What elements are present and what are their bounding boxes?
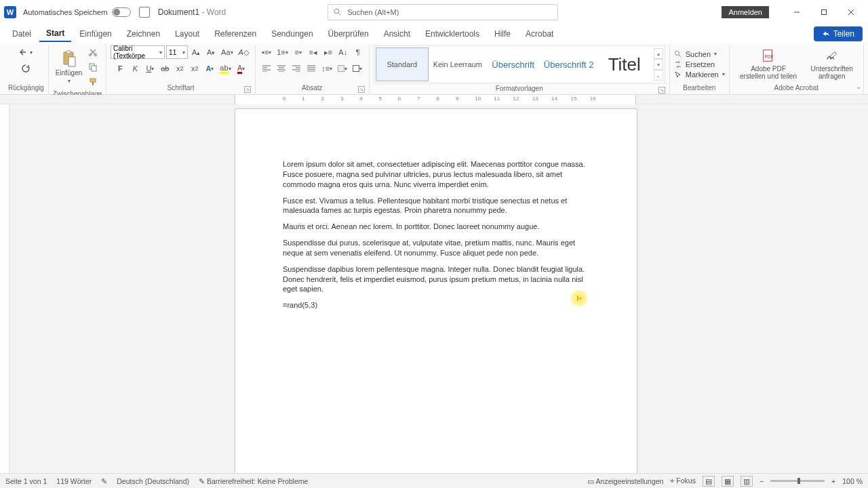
highlight-button[interactable]: ab▾ xyxy=(218,62,233,75)
document-area[interactable]: Lorem ipsum dolor sit amet, consectetuer… xyxy=(0,104,868,480)
gallery-more-icon[interactable]: ⌄ xyxy=(654,70,663,81)
tab-hilfe[interactable]: Hilfe xyxy=(488,26,517,41)
bold-button[interactable]: F xyxy=(113,62,127,75)
tab-referenzen[interactable]: Referenzen xyxy=(208,26,263,41)
paragraph[interactable]: Suspendisse dapibus lorem pellentesque m… xyxy=(283,264,589,295)
align-left-button[interactable] xyxy=(260,62,273,75)
italic-button[interactable]: K xyxy=(128,62,142,75)
styles-gallery[interactable]: Standard Kein Leerraum Überschrift Übers… xyxy=(374,45,665,83)
gallery-up-icon[interactable]: ▴ xyxy=(654,48,663,59)
document-title[interactable]: Dokument1 - Word xyxy=(158,7,226,17)
tab-datei[interactable]: Datei xyxy=(5,26,38,41)
spellcheck-icon[interactable]: ✎ xyxy=(101,477,107,485)
horizontal-ruler[interactable]: 012345678910111213141516 xyxy=(0,95,868,104)
zoom-level[interactable]: 100 % xyxy=(842,477,863,485)
paste-button[interactable]: Einfügen ▾ xyxy=(53,49,85,85)
select-button[interactable]: Markieren▾ xyxy=(674,70,725,79)
share-button[interactable]: Teilen xyxy=(814,26,863,41)
autosave-toggle[interactable]: Automatisches Speichern xyxy=(23,7,131,17)
format-painter-button[interactable] xyxy=(86,75,100,89)
paragraph[interactable]: Fusce est. Vivamus a tellus. Pellentesqu… xyxy=(283,196,589,216)
zoom-in-button[interactable]: + xyxy=(831,477,835,485)
strikethrough-button[interactable]: ab xyxy=(158,62,172,75)
dialog-launcher-icon[interactable]: ↘ xyxy=(244,86,251,93)
style-titel[interactable]: Titel xyxy=(598,47,651,81)
tab-ueberpruefen[interactable]: Überprüfen xyxy=(321,26,376,41)
adobe-pdf-button[interactable]: PDF Adobe PDF erstellen und teilen xyxy=(734,47,804,81)
paragraph[interactable]: =rand(5,3) xyxy=(283,300,589,310)
style-kein-leerraum[interactable]: Kein Leerraum xyxy=(431,47,484,81)
zoom-out-button[interactable]: − xyxy=(760,477,764,485)
text-effects-button[interactable]: A▾ xyxy=(203,62,216,75)
maximize-button[interactable] xyxy=(811,3,837,22)
tab-ansicht[interactable]: Ansicht xyxy=(377,26,417,41)
change-case-button[interactable]: Aa▾ xyxy=(219,45,235,59)
search-input[interactable]: Suchen (Alt+M) xyxy=(328,4,558,20)
font-name-combo[interactable]: Calibri (Textkörpe▾ xyxy=(111,45,165,59)
page[interactable]: Lorem ipsum dolor sit amet, consectetuer… xyxy=(235,108,637,480)
save-icon[interactable] xyxy=(139,7,150,18)
paragraph[interactable]: Lorem ipsum dolor sit amet, consectetuer… xyxy=(283,159,589,190)
collapse-ribbon-button[interactable]: ⌄ xyxy=(853,81,864,92)
paragraph[interactable]: Suspendisse dui purus, scelerisque at, v… xyxy=(283,238,589,258)
style-ueberschrift[interactable]: Überschrift xyxy=(487,47,540,81)
tab-einfuegen[interactable]: Einfügen xyxy=(73,26,118,41)
bullets-button[interactable]: •≡▾ xyxy=(260,45,273,59)
focus-button[interactable]: ⌖ Fokus xyxy=(670,476,696,485)
justify-button[interactable] xyxy=(304,62,318,75)
copy-button[interactable] xyxy=(86,60,100,74)
tab-sendungen[interactable]: Sendungen xyxy=(264,26,319,41)
shading-button[interactable]: ▾ xyxy=(336,62,349,75)
vertical-ruler[interactable] xyxy=(0,104,9,480)
clear-formatting-button[interactable]: A◇ xyxy=(237,45,251,59)
borders-button[interactable]: ▾ xyxy=(351,62,364,75)
show-marks-button[interactable]: ¶ xyxy=(351,45,365,59)
read-mode-button[interactable]: ▤ xyxy=(703,476,715,487)
align-center-button[interactable] xyxy=(275,62,288,75)
align-right-button[interactable] xyxy=(290,62,303,75)
language-indicator[interactable]: Deutsch (Deutschland) xyxy=(117,477,189,485)
tab-layout[interactable]: Layout xyxy=(168,26,206,41)
font-color-button[interactable]: A▾ xyxy=(235,62,248,75)
toggle-switch-icon[interactable] xyxy=(112,7,131,17)
line-spacing-button[interactable]: ↕≡▾ xyxy=(319,62,334,75)
multilevel-button[interactable]: ≡▾ xyxy=(292,45,305,59)
sort-button[interactable]: A↓ xyxy=(336,45,350,59)
redo-button[interactable] xyxy=(19,62,33,75)
accessibility-indicator[interactable]: ✎ Barrierefreiheit: Keine Probleme xyxy=(199,477,308,485)
zoom-slider[interactable] xyxy=(770,480,825,482)
close-button[interactable] xyxy=(838,3,864,22)
request-signatures-button[interactable]: Unterschriften anfragen xyxy=(804,47,859,81)
tab-entwicklertools[interactable]: Entwicklertools xyxy=(418,26,486,41)
dialog-launcher-icon[interactable]: ↘ xyxy=(358,86,365,93)
cut-button[interactable] xyxy=(86,45,100,59)
minimize-button[interactable] xyxy=(784,3,810,22)
gallery-down-icon[interactable]: ▾ xyxy=(654,59,663,70)
tab-acrobat[interactable]: Acrobat xyxy=(519,26,560,41)
grow-font-button[interactable]: A▴ xyxy=(189,45,203,59)
increase-indent-button[interactable]: ▸≡ xyxy=(321,45,335,59)
tab-start[interactable]: Start xyxy=(39,26,71,42)
font-size-combo[interactable]: 11▾ xyxy=(166,45,188,59)
paragraph[interactable]: Mauris et orci. Aenean nec lorem. In por… xyxy=(283,222,589,232)
superscript-button[interactable]: x2 xyxy=(188,62,201,75)
numbering-button[interactable]: 1≡▾ xyxy=(275,45,290,59)
replace-button[interactable]: Ersetzen xyxy=(674,60,725,68)
display-settings-button[interactable]: ▭ Anzeigeeinstellungen xyxy=(587,477,663,485)
decrease-indent-button[interactable]: ≡◂ xyxy=(307,45,320,59)
login-button[interactable]: Anmelden xyxy=(722,6,769,18)
tab-zeichnen[interactable]: Zeichnen xyxy=(120,26,167,41)
print-layout-button[interactable]: ▦ xyxy=(722,476,734,487)
dialog-launcher-icon[interactable]: ↘ xyxy=(658,87,665,94)
page-content[interactable]: Lorem ipsum dolor sit amet, consectetuer… xyxy=(235,109,637,310)
word-count[interactable]: 119 Wörter xyxy=(56,477,92,485)
shrink-font-button[interactable]: A▾ xyxy=(204,45,218,59)
page-indicator[interactable]: Seite 1 von 1 xyxy=(5,477,47,485)
undo-button[interactable]: ▾ xyxy=(17,45,35,59)
style-ueberschrift-2[interactable]: Überschrift 2 xyxy=(542,47,595,81)
web-layout-button[interactable]: ▥ xyxy=(741,476,753,487)
find-button[interactable]: Suchen▾ xyxy=(674,50,725,58)
underline-button[interactable]: U▾ xyxy=(143,62,157,75)
style-standard[interactable]: Standard xyxy=(376,47,429,81)
subscript-button[interactable]: x2 xyxy=(173,62,186,75)
